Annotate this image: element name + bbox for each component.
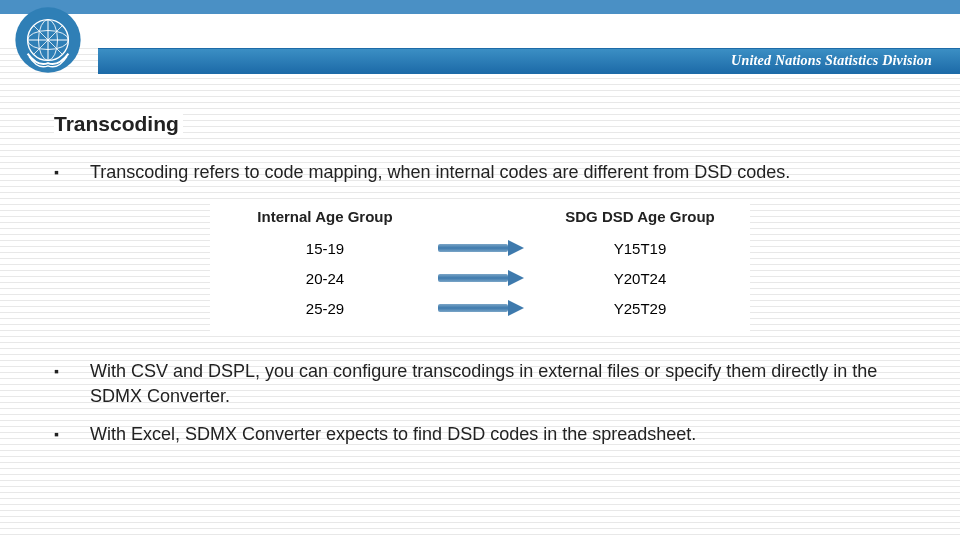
diagram-head-right: SDG DSD Age Group bbox=[540, 208, 740, 225]
un-logo-icon bbox=[14, 6, 82, 74]
slide-content: Transcoding ▪ Transcoding refers to code… bbox=[0, 82, 960, 446]
top-blue-strip bbox=[0, 0, 960, 14]
org-name: United Nations Statistics Division bbox=[731, 53, 932, 69]
diagram-header: Internal Age Group SDG DSD Age Group bbox=[220, 208, 740, 225]
slide-header: United Nations Statistics Division bbox=[0, 0, 960, 82]
diagram-cell-left: 25-29 bbox=[220, 300, 430, 317]
diagram-cell-left: 15-19 bbox=[220, 240, 430, 257]
arrow-right-icon bbox=[438, 270, 524, 286]
arrow-right-icon bbox=[438, 240, 524, 256]
transcoding-diagram: Internal Age Group SDG DSD Age Group 15-… bbox=[210, 202, 750, 331]
diagram-cell-left: 20-24 bbox=[220, 270, 430, 287]
diagram-row: 20-24 Y20T24 bbox=[220, 263, 740, 293]
diagram-head-left: Internal Age Group bbox=[220, 208, 430, 225]
bullet-marker-icon: ▪ bbox=[54, 359, 90, 408]
bullet-item: ▪ With Excel, SDMX Converter expects to … bbox=[54, 422, 906, 446]
bullet-marker-icon: ▪ bbox=[54, 422, 90, 446]
bullet-list: ▪ Transcoding refers to code mapping, wh… bbox=[54, 160, 906, 184]
diagram-cell-right: Y25T29 bbox=[540, 300, 740, 317]
diagram-row: 25-29 Y25T29 bbox=[220, 293, 740, 323]
diagram-cell-right: Y20T24 bbox=[540, 270, 740, 287]
bullet-marker-icon: ▪ bbox=[54, 160, 90, 184]
bullet-list: ▪ With CSV and DSPL, you can configure t… bbox=[54, 359, 906, 446]
slide-title: Transcoding bbox=[54, 112, 183, 136]
bullet-text: With Excel, SDMX Converter expects to fi… bbox=[90, 422, 906, 446]
diagram-cell-right: Y15T19 bbox=[540, 240, 740, 257]
bullet-text: Transcoding refers to code mapping, when… bbox=[90, 160, 906, 184]
bullet-item: ▪ Transcoding refers to code mapping, wh… bbox=[54, 160, 906, 184]
arrow-right-icon bbox=[438, 300, 524, 316]
diagram-row: 15-19 Y15T19 bbox=[220, 233, 740, 263]
header-banner: United Nations Statistics Division bbox=[98, 48, 960, 74]
bullet-text: With CSV and DSPL, you can configure tra… bbox=[90, 359, 906, 408]
bullet-item: ▪ With CSV and DSPL, you can configure t… bbox=[54, 359, 906, 408]
